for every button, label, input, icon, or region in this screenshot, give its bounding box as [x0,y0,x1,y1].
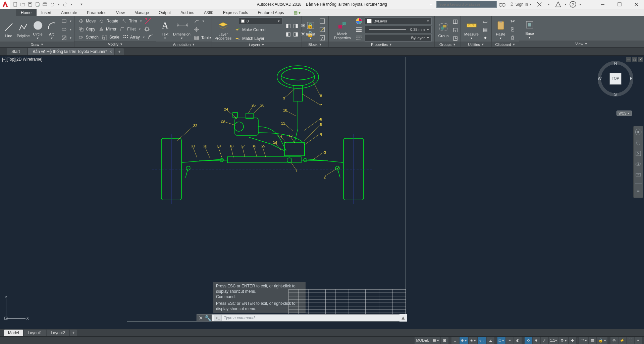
help-search-input[interactable] [436,1,497,8]
save-icon[interactable] [28,2,33,7]
layer-properties-button[interactable]: Layer Properties [215,19,231,40]
match-layer-button[interactable]: Match Layer [233,35,282,42]
group-button[interactable]: Group [437,21,449,38]
command-history-button[interactable]: ▲ [399,314,407,322]
polar-button[interactable]: ⊕ ▾ [460,337,468,344]
command-input[interactable]: >_ Type a command [212,315,399,321]
move-button[interactable]: Move [77,17,97,25]
circle-button[interactable]: Circle▼ [32,19,44,40]
tab-annotate[interactable]: Annotate [56,9,82,16]
drawing-area[interactable]: [−][Top][2D Wireframe] — ◻ ✕ [0,56,644,329]
group-bbox-button[interactable]: ◳ [451,34,459,42]
tab-expresstools[interactable]: Express Tools [218,9,253,16]
lwt-button[interactable]: ≡ [506,337,514,344]
layout-tab-add[interactable]: ＋ [70,330,77,336]
make-current-button[interactable]: Make Current [233,26,282,33]
tab-parametric[interactable]: Parametric [82,9,111,16]
edit-block-button[interactable] [319,26,326,33]
selection-cycling-button[interactable]: ⟲ [525,337,532,344]
saveas-icon[interactable] [35,2,40,7]
layer-dropdown[interactable]: 0 ▼ [239,17,282,25]
tab-view[interactable]: View [111,9,130,16]
clean-screen-button[interactable]: ⛶ [627,337,634,344]
line-button[interactable]: Line [3,21,15,38]
navbar-customize-icon[interactable]: ≡ [635,188,642,196]
osnap-button[interactable]: ⟐ ▾ [478,337,486,344]
layer-uniso-button[interactable]: ◧ [284,30,292,38]
quick-calc-button[interactable]: ▤ [481,26,489,33]
command-line[interactable]: ✕ 🔧 >_ Type a command ▲ [197,314,407,322]
polyline-button[interactable]: Polyline [17,21,30,38]
isodraft-button[interactable]: ◈ ▾ [469,337,477,344]
tab-a360[interactable]: A360 [199,9,218,16]
arc-button[interactable]: Arc▼ [46,19,58,40]
layout-tab-layout2[interactable]: Layout2 [47,330,69,336]
centermark-button[interactable] [193,26,212,33]
tab-featuredapps[interactable]: Featured Apps [253,9,289,16]
autoscale-button[interactable]: ⤢ [541,337,548,344]
color-wheel-icon[interactable] [355,17,363,25]
tab-extra[interactable]: ▦ ▾ [289,9,306,16]
tab-output[interactable]: Output [154,9,176,16]
close-icon[interactable]: ✕ [109,50,112,54]
binoculars-icon[interactable] [498,0,506,8]
plot-icon[interactable] [42,2,48,7]
application-menu[interactable] [0,9,16,16]
quick-properties-button[interactable]: ▥ [589,337,596,344]
open-icon[interactable] [20,2,25,7]
viewcube[interactable]: TOP N S W E [597,60,634,97]
hatch-button[interactable]: ▼ [60,34,73,42]
cart-icon[interactable]: ▼ [545,0,553,8]
snap-button[interactable]: ⊞ [441,337,448,344]
lineweight-icon[interactable] [355,26,363,33]
cut-button[interactable]: ✂ [509,17,516,25]
insert-button[interactable]: Insert▼ [305,19,317,40]
hardware-accel-button[interactable]: ⚡ [619,337,626,344]
close-button[interactable] [629,0,644,9]
redo-icon[interactable] [62,2,68,7]
command-close-button[interactable]: ✕ [197,314,204,322]
chevron-down-icon[interactable]: ▼ [578,0,582,8]
copy-button[interactable]: Copy [77,25,97,33]
file-tab-add[interactable]: ＋ [115,48,124,55]
help-search-field[interactable] [438,2,495,6]
pan-icon[interactable] [635,139,642,146]
linetype-dropdown[interactable]: ByLayer▼ [365,34,432,42]
otrack-button[interactable]: ∠ [487,337,494,344]
group-edit-button[interactable]: ◱ [451,26,459,33]
lock-ui-button[interactable]: 🔒 ▾ [597,337,607,344]
explode-button[interactable] [143,25,151,33]
exchange-icon[interactable] [535,0,543,8]
layer-iso-button[interactable]: ◧ [284,22,292,29]
copy-clip-button[interactable]: ⎘ [509,26,516,33]
dimension-button[interactable]: Dimension▼ [173,19,191,40]
autodesk-icon[interactable] [554,0,562,8]
transparency-button[interactable]: ◐ [514,337,522,344]
select-all-button[interactable]: ▭ [481,17,489,25]
color-dropdown[interactable]: ByLayer▼ [365,17,432,25]
array-button[interactable]: Array▼ [121,33,147,41]
copy-base-button[interactable]: ⎙ [509,34,516,42]
offset-button[interactable] [147,33,155,41]
linetype-icon[interactable] [355,34,363,42]
table-button[interactable]: Table [193,34,212,42]
isolate-objects-button[interactable]: ◎ [610,337,618,344]
help-icon[interactable]: ? [569,0,577,8]
showmotion-icon[interactable] [635,171,642,179]
rotate-button[interactable]: Rotate [98,17,119,25]
paste-button[interactable]: Paste▼ [494,19,507,40]
units-button[interactable]: ⬚ ▾ [579,337,588,344]
annotation-visibility-button[interactable]: ✱ [533,337,540,344]
orbit-icon[interactable] [635,160,642,168]
viewport-controls-label[interactable]: [−][Top][2D Wireframe] [2,57,42,62]
match-properties-button[interactable]: Match Properties [331,19,353,40]
leader-button[interactable]: ▼ [193,17,212,25]
layout-tab-model[interactable]: Model [4,330,23,336]
chevron-down-icon[interactable]: ▼ [70,2,73,7]
chevron-down-icon[interactable]: ▼ [57,2,60,7]
file-tab-document[interactable]: Bản vẽ Hệ thống lái trên Toyota Fortuner… [28,48,114,55]
ungroup-button[interactable]: ◫ [451,17,459,25]
fillet-button[interactable]: Fillet▼ [118,25,142,33]
scale-button[interactable]: Scale [101,33,121,41]
wcs-badge[interactable]: WCS▼ [616,111,632,116]
